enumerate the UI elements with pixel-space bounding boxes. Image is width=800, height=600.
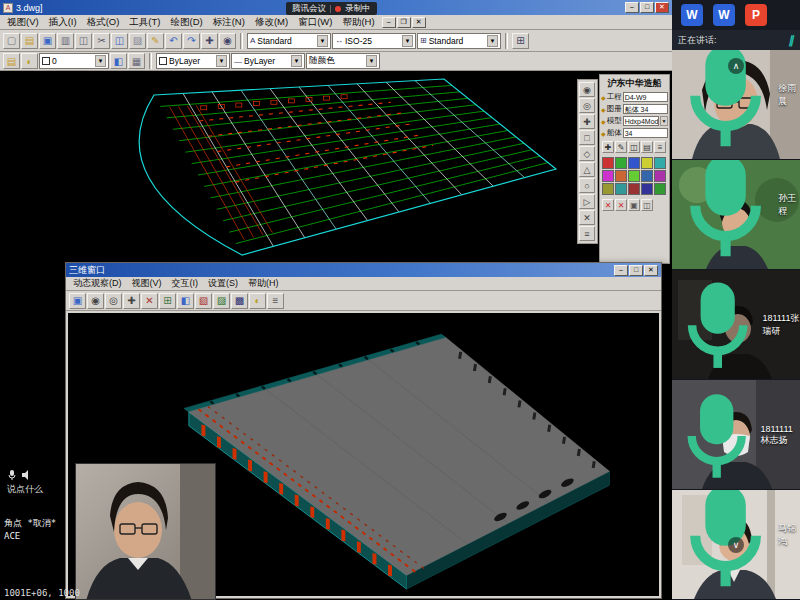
mdi-restore-button[interactable]: ❐ xyxy=(397,17,411,28)
dim-style-combo[interactable]: ↔ ISO-25 ▼ xyxy=(332,33,416,49)
color-swatch-icon[interactable] xyxy=(615,183,627,195)
chevron-down-icon[interactable]: ▼ xyxy=(487,35,498,47)
recording-banner[interactable]: 腾讯会议 录制中 xyxy=(286,2,377,15)
drawing-canvas[interactable]: ◉◎✚□◇△○▷✕≡ 沪东中华造船 ◆ 工程 D4-W9 ◆ 图册 船体 34 … xyxy=(0,71,672,600)
viewer-menu-orbit[interactable]: 动态观察(D) xyxy=(68,277,127,290)
chat-hint[interactable]: 说点什么 xyxy=(7,483,71,496)
add-icon[interactable]: ✚ xyxy=(602,141,614,153)
menu-view[interactable]: 视图(V) xyxy=(2,16,44,29)
color-combo[interactable]: ByLayer ▼ xyxy=(156,53,230,69)
print-icon[interactable]: ▥ xyxy=(57,33,74,49)
plot-preview-icon[interactable]: ◫ xyxy=(75,33,92,49)
scroll-up-button[interactable]: ∧ xyxy=(728,58,744,74)
color-swatch-icon[interactable] xyxy=(654,183,666,195)
ppt-app-icon[interactable]: P xyxy=(745,4,767,26)
shade-icon[interactable]: ▧ xyxy=(195,293,212,309)
zoom-icon[interactable]: ◉ xyxy=(219,33,236,49)
participant-tile[interactable]: 1811111林志扬 xyxy=(672,380,800,489)
layer-prev-icon[interactable]: ▦ xyxy=(128,53,145,69)
viewer-minimize-button[interactable]: – xyxy=(614,265,628,276)
zoom-view-icon[interactable]: ◎ xyxy=(105,293,122,309)
orbit-icon[interactable]: ◉ xyxy=(87,293,104,309)
color-swatch-icon[interactable] xyxy=(641,157,653,169)
microphone-icon[interactable] xyxy=(7,469,17,481)
edit-icon[interactable]: ✎ xyxy=(615,141,627,153)
chevron-down-icon[interactable]: ▼ xyxy=(317,35,328,47)
viewer-menu-settings[interactable]: 设置(S) xyxy=(203,277,243,290)
folder-icon[interactable]: ▤ xyxy=(641,141,653,153)
copy-icon[interactable]: ◫ xyxy=(111,33,128,49)
color-swatch-icon[interactable] xyxy=(654,170,666,182)
viewer-titlebar[interactable]: 三维窗口 – □ ✕ xyxy=(66,263,661,277)
circle-icon[interactable]: ○ xyxy=(579,178,595,193)
text-style-combo[interactable]: A Standard ▼ xyxy=(247,33,331,49)
chevron-down-icon[interactable]: ▼ xyxy=(366,55,377,67)
list-view-icon[interactable]: ≡ xyxy=(654,141,666,153)
color-swatch-icon[interactable] xyxy=(615,170,627,182)
menu-dimension[interactable]: 标注(N) xyxy=(208,16,250,29)
participant-tile[interactable]: 181111张瑞研 xyxy=(672,270,800,379)
tree-row-hull[interactable]: ◆ 船体 34 xyxy=(600,127,669,139)
polygon-icon[interactable]: ◇ xyxy=(579,146,595,161)
color-swatch-icon[interactable] xyxy=(628,183,640,195)
copy-node-icon[interactable]: ◫ xyxy=(628,141,640,153)
zoom-realtime-icon[interactable]: ◎ xyxy=(579,98,595,113)
mdi-close-button[interactable]: ✕ xyxy=(412,17,426,28)
linetype-combo[interactable]: — ByLayer ▼ xyxy=(231,53,305,69)
layer-states-icon[interactable]: ◐ xyxy=(21,53,38,69)
color-swatch-icon[interactable] xyxy=(602,170,614,182)
save-node-icon[interactable]: ▣ xyxy=(628,199,640,211)
measure-icon[interactable]: ✕ xyxy=(141,293,158,309)
color-swatch-icon[interactable] xyxy=(615,157,627,169)
erase-icon[interactable]: ✕ xyxy=(579,210,595,225)
word-app-icon[interactable]: W xyxy=(681,4,703,26)
new-file-icon[interactable]: ▢ xyxy=(3,33,20,49)
close-button[interactable]: ✕ xyxy=(655,2,669,13)
chevron-down-icon[interactable]: ▼ xyxy=(660,116,668,126)
tree-row-model[interactable]: ◆ 模型 Hdxp4Modal ▼ xyxy=(600,115,669,127)
command-prompt[interactable]: 角点 *取消* ACE xyxy=(4,517,56,543)
chevron-down-icon[interactable]: ▼ xyxy=(95,55,106,67)
viewer-menu-help[interactable]: 帮助(H) xyxy=(243,277,284,290)
chevron-down-icon[interactable]: ▼ xyxy=(216,55,227,67)
save-icon[interactable]: ▣ xyxy=(39,33,56,49)
list-icon[interactable]: ≡ xyxy=(579,226,595,241)
select-icon[interactable]: ◉ xyxy=(579,82,595,97)
section-icon[interactable]: ◧ xyxy=(177,293,194,309)
color-swatch-icon[interactable] xyxy=(602,183,614,195)
undo-icon[interactable]: ↶ xyxy=(165,33,182,49)
table-style-combo[interactable]: ⊞ Standard ▼ xyxy=(417,33,501,49)
wireframe-icon[interactable]: ▨ xyxy=(213,293,230,309)
move-icon[interactable]: ✚ xyxy=(579,114,595,129)
color-swatch-icon[interactable] xyxy=(628,170,640,182)
speaker-icon[interactable] xyxy=(22,469,32,481)
chevron-down-icon[interactable]: ▼ xyxy=(402,35,413,47)
light-icon[interactable]: ◐ xyxy=(249,293,266,309)
plot-style-combo[interactable]: 随颜色 ▼ xyxy=(306,53,380,69)
solid-icon[interactable]: ▩ xyxy=(231,293,248,309)
menu-window[interactable]: 窗口(W) xyxy=(293,16,337,29)
menu-insert[interactable]: 插入(I) xyxy=(44,16,82,29)
mdi-minimize-button[interactable]: – xyxy=(382,17,396,28)
rectangle-icon[interactable]: □ xyxy=(579,130,595,145)
delete-icon[interactable]: ✕ xyxy=(602,199,614,211)
dup-node-icon[interactable]: ◫ xyxy=(641,199,653,211)
open-file-icon[interactable]: ▤ xyxy=(21,33,38,49)
redo-icon[interactable]: ↷ xyxy=(183,33,200,49)
menu-format[interactable]: 格式(O) xyxy=(82,16,125,29)
triangle-icon[interactable]: △ xyxy=(579,162,595,177)
match-properties-icon[interactable]: ✎ xyxy=(147,33,164,49)
minimize-button[interactable]: – xyxy=(625,2,639,13)
layer-combo[interactable]: 0 ▼ xyxy=(39,53,109,69)
viewer-menu-interact[interactable]: 交互(I) xyxy=(167,277,204,290)
word-app-icon[interactable]: W xyxy=(713,4,735,26)
color-swatch-icon[interactable] xyxy=(641,183,653,195)
color-swatch-icon[interactable] xyxy=(654,157,666,169)
color-swatch-icon[interactable] xyxy=(628,157,640,169)
layers-icon[interactable]: ▤ xyxy=(3,53,20,69)
pan-view-icon[interactable]: ✚ xyxy=(123,293,140,309)
color-swatch-icon[interactable] xyxy=(641,170,653,182)
maximize-button[interactable]: □ xyxy=(640,2,654,13)
properties-icon[interactable]: ⊞ xyxy=(512,33,529,49)
view-settings-icon[interactable]: ≡ xyxy=(267,293,284,309)
